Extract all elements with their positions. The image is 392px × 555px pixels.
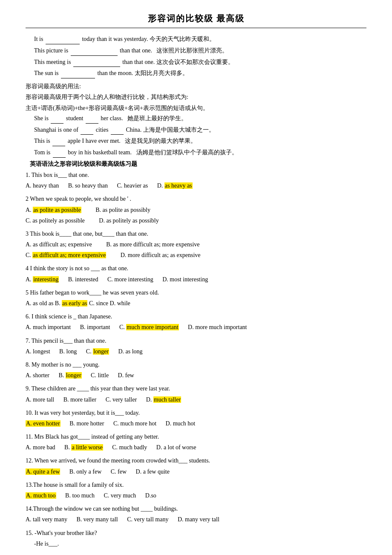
grammar-title: 形容词最高级的用法:: [26, 81, 366, 92]
q2-opt-d: D. as politely as possibly: [99, 215, 159, 226]
q11-opt-a: A. more bad: [26, 442, 55, 453]
q3-highlight-c: as difficult as; more expensive: [32, 252, 106, 258]
blank-sh-1: [81, 134, 93, 135]
blank-1: [46, 44, 80, 44]
q7-options: A. longest B. long C. longer D. as long: [26, 346, 366, 357]
q11-options: A. more bad B. a little worse C. much ba…: [26, 442, 366, 453]
q13-text: 13.The house is small for a family of si…: [26, 480, 366, 490]
q10-opt-c: C. much more hot: [113, 418, 156, 429]
q15-text: 15. -What's your brother like?: [26, 528, 366, 538]
q14-options: A. tall very many B. very many tall C. v…: [26, 514, 366, 525]
q12-opt-c: C. few: [111, 466, 127, 477]
q8-highlight-b: longer: [66, 372, 82, 379]
intro-line-1: It is today than it was yesterday. 今天的天气…: [26, 34, 366, 44]
q6-opt-d: D. more much important: [188, 322, 247, 332]
question-6: 6. I think science is _ than Japanese. A…: [26, 311, 366, 332]
q8-opt-a: A. shorter: [26, 370, 49, 381]
q7-opt-d: D. as long: [118, 346, 142, 357]
q3-opt-a: A. as difficult as; expensive: [26, 239, 92, 250]
blank-she-1: [51, 123, 63, 124]
q6-options: A. much important B. important C. much m…: [26, 322, 366, 332]
question-11: 11. Mrs Black has got____ instead of get…: [26, 431, 366, 453]
q6-highlight-c: much more important: [126, 324, 179, 330]
q5-options: A. as old as B. as early as C. since D. …: [26, 298, 366, 309]
q1-text: 1. This box is___ that one.: [26, 170, 366, 180]
blank-3: [73, 66, 120, 67]
question-10: 10. It was very hot yesterday, but it is…: [26, 408, 366, 429]
q2-opt-b: B. as polite as possibly: [95, 205, 150, 215]
question-4: 4 I think the story is not so ___ as tha…: [26, 263, 366, 284]
q15-sub: -He is___.: [26, 538, 366, 549]
blank-4: [61, 78, 95, 78]
q2-options-2: C. as politely as possible D. as politel…: [26, 215, 366, 226]
question-3: 3 This book is____ that one, but____ tha…: [26, 228, 366, 261]
blank-sh-2: [111, 134, 124, 135]
q3-opt-b: B. as more difficult as; more expensive: [106, 239, 199, 250]
grammar-rule-1: 形容词最高级用于两个以上的人和物进行比较，其结构形式为:: [26, 92, 366, 102]
q9-options: A. more tall B. more taller C. very tall…: [26, 394, 366, 405]
q12-text: 12. When we arrived, we found the meetin…: [26, 455, 366, 466]
q12-highlight-a: A. quite a few: [26, 468, 60, 475]
q12-opt-b: B. only a few: [69, 466, 101, 477]
q1-opt-a: A. heavy than: [26, 180, 59, 191]
q13-opt-c: C. very much: [104, 490, 136, 501]
q11-highlight-b: a little worse: [71, 444, 103, 451]
q8-opt-b: B. longer: [59, 370, 82, 381]
q11-opt-c: C. much badly: [112, 442, 147, 453]
q4-highlight-a: interesting: [33, 276, 59, 283]
grammar-section: 形容词最高级的用法: 形容词最高级用于两个以上的人和物进行比较，其结构形式为: …: [26, 81, 366, 158]
q11-text: 11. Mrs Black has got____ instead of get…: [26, 431, 366, 442]
intro-section: It is today than it was yesterday. 今天的天气…: [26, 34, 366, 78]
intro-line-2: This picture is than that one. 这张照片比那张照片…: [26, 46, 366, 56]
q1-opt-c: C. heavier as: [117, 180, 148, 191]
q4-options: A. interesting B. interested C. more int…: [26, 274, 366, 285]
q13-opt-d: D.so: [145, 490, 156, 501]
q3-opt-d: D. more difficult as; as expensive: [121, 250, 201, 260]
example-tom: Tom is boy in his basketball team. 汤姆是他们…: [26, 147, 366, 158]
q12-options: A. quite a few B. only a few C. few D. a…: [26, 466, 366, 477]
q14-opt-d: D. many very tall: [178, 514, 219, 525]
q8-opt-d: D. few: [118, 370, 134, 381]
question-14: 14.Through the window we can see nothing…: [26, 503, 366, 525]
q9-opt-c: C. very taller: [106, 394, 137, 405]
q5-opt-a: A. as old as B. as early as C. since D. …: [26, 298, 130, 309]
q10-options: A. even hotter B. more hotter C. much mo…: [26, 418, 366, 429]
grammar-rule-2: 主语+谓语(系动词)+the+形容词最高级+名词+表示范围的短语或从句。: [26, 103, 366, 113]
q3-text: 3 This book is____ that one, but____ tha…: [26, 228, 366, 239]
q7-opt-a: A. longest: [26, 346, 50, 357]
example-she: She is student her class. 她是班上最好的学生。: [26, 113, 366, 124]
q4-text: 4 I think the story is not so ___ as tha…: [26, 263, 366, 274]
q2-opt-a: A. as polite as possible: [26, 205, 81, 215]
q10-text: 10. It was very hot yesterday, but it is…: [26, 408, 366, 418]
intro-line-4: The sun is than the moon. 太阳比月亮大得多。: [26, 68, 366, 78]
q11-opt-d: D. a lot of worse: [156, 442, 196, 453]
blank-she-2: [86, 123, 98, 124]
q1-options: A. heavy than B. so heavy than C. heavie…: [26, 180, 366, 191]
title-divider: [26, 28, 366, 28]
question-7: 7. This pencil is___ than that one. A. l…: [26, 335, 366, 357]
q3-options-2: C. as difficult as; more expensive D. mo…: [26, 250, 366, 260]
q5-highlight-b: as early as: [62, 300, 87, 306]
q8-opt-c: C. little: [91, 370, 109, 381]
q2-opt-c: C. as politely as possible: [26, 215, 85, 226]
q13-options: A. much too B. too much C. very much D.s…: [26, 490, 366, 501]
blank-tom-1: [53, 157, 66, 158]
q10-opt-a: A. even hotter: [26, 418, 61, 429]
q6-opt-a: A. much important: [26, 322, 71, 332]
q9-opt-d: D. much taller: [146, 394, 182, 405]
blank-this-1: [52, 146, 65, 146]
q12-opt-a: A. quite a few: [26, 466, 60, 477]
q14-opt-b: B. very many tall: [76, 514, 118, 525]
question-15: 15. -What's your brother like? -He is___…: [26, 528, 366, 549]
q2-highlight-a: as polite as possible: [33, 207, 81, 213]
q2-text: 2 When we speak to people, we should be …: [26, 194, 366, 204]
q12-opt-d: D. a few quite: [136, 466, 170, 477]
page-title: 形容词的比较级 最高级: [26, 13, 366, 24]
q4-opt-a: A. interesting: [26, 274, 59, 285]
q6-opt-b: B. important: [80, 322, 110, 332]
q7-opt-b: B. long: [59, 346, 77, 357]
q8-options: A. shorter B. longer C. little D. few: [26, 370, 366, 381]
q14-text: 14.Through the window we can see nothing…: [26, 503, 366, 514]
q1-opt-b: B. so heavy than: [68, 180, 108, 191]
exercise-title: 英语语法之形容词比较级和最高级练习题: [26, 160, 366, 168]
